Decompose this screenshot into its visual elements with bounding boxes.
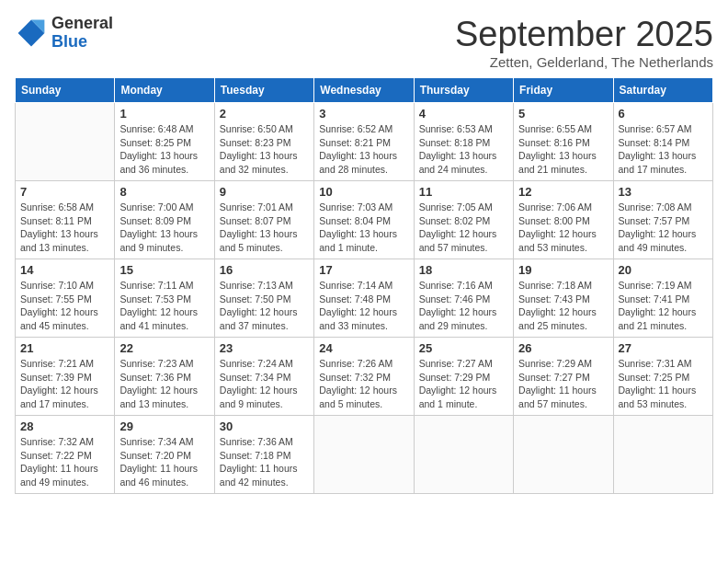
day-info: Sunrise: 7:11 AM Sunset: 7:53 PM Dayligh… bbox=[119, 279, 209, 333]
day-info: Sunrise: 7:36 AM Sunset: 7:18 PM Dayligh… bbox=[220, 435, 309, 489]
calendar-cell: 7Sunrise: 6:58 AM Sunset: 8:11 PM Daylig… bbox=[16, 181, 115, 259]
day-header-thursday: Thursday bbox=[414, 78, 513, 103]
day-info: Sunrise: 6:50 AM Sunset: 8:23 PM Dayligh… bbox=[220, 122, 309, 177]
day-number: 12 bbox=[518, 185, 608, 199]
calendar-cell: 6Sunrise: 6:57 AM Sunset: 8:14 PM Daylig… bbox=[613, 103, 712, 181]
calendar-cell: 11Sunrise: 7:05 AM Sunset: 8:02 PM Dayli… bbox=[414, 181, 513, 259]
calendar-cell: 27Sunrise: 7:31 AM Sunset: 7:25 PM Dayli… bbox=[613, 338, 712, 416]
day-info: Sunrise: 7:08 AM Sunset: 7:57 PM Dayligh… bbox=[619, 201, 708, 255]
calendar-cell: 28Sunrise: 7:32 AM Sunset: 7:22 PM Dayli… bbox=[16, 416, 115, 494]
day-number: 9 bbox=[220, 185, 309, 199]
day-info: Sunrise: 7:19 AM Sunset: 7:41 PM Dayligh… bbox=[619, 279, 708, 333]
calendar-cell: 13Sunrise: 7:08 AM Sunset: 7:57 PM Dayli… bbox=[613, 181, 712, 259]
day-info: Sunrise: 7:26 AM Sunset: 7:32 PM Dayligh… bbox=[319, 357, 408, 411]
day-number: 8 bbox=[119, 185, 209, 199]
day-number: 3 bbox=[319, 107, 408, 121]
calendar-cell: 19Sunrise: 7:18 AM Sunset: 7:43 PM Dayli… bbox=[514, 259, 613, 338]
day-info: Sunrise: 6:55 AM Sunset: 8:16 PM Dayligh… bbox=[518, 122, 608, 177]
calendar-cell: 1Sunrise: 6:48 AM Sunset: 8:25 PM Daylig… bbox=[115, 103, 214, 181]
day-info: Sunrise: 7:23 AM Sunset: 7:36 PM Dayligh… bbox=[119, 357, 209, 411]
week-row-3: 14Sunrise: 7:10 AM Sunset: 7:55 PM Dayli… bbox=[16, 259, 713, 338]
day-number: 4 bbox=[419, 107, 508, 121]
calendar-cell: 20Sunrise: 7:19 AM Sunset: 7:41 PM Dayli… bbox=[613, 259, 712, 338]
header-row: SundayMondayTuesdayWednesdayThursdayFrid… bbox=[16, 78, 713, 103]
day-info: Sunrise: 7:05 AM Sunset: 8:02 PM Dayligh… bbox=[419, 201, 508, 255]
day-number: 17 bbox=[319, 263, 408, 277]
day-info: Sunrise: 7:16 AM Sunset: 7:46 PM Dayligh… bbox=[419, 279, 508, 333]
calendar-cell: 17Sunrise: 7:14 AM Sunset: 7:48 PM Dayli… bbox=[314, 259, 414, 338]
logo-text: General Blue bbox=[51, 15, 113, 52]
day-header-wednesday: Wednesday bbox=[314, 78, 414, 103]
calendar-cell: 15Sunrise: 7:11 AM Sunset: 7:53 PM Dayli… bbox=[115, 259, 214, 338]
calendar-cell: 23Sunrise: 7:24 AM Sunset: 7:34 PM Dayli… bbox=[214, 338, 313, 416]
day-number: 23 bbox=[220, 341, 309, 355]
calendar-cell: 26Sunrise: 7:29 AM Sunset: 7:27 PM Dayli… bbox=[514, 338, 613, 416]
day-header-saturday: Saturday bbox=[613, 78, 712, 103]
calendar-cell: 21Sunrise: 7:21 AM Sunset: 7:39 PM Dayli… bbox=[16, 338, 115, 416]
day-info: Sunrise: 7:29 AM Sunset: 7:27 PM Dayligh… bbox=[518, 357, 608, 411]
calendar-cell: 22Sunrise: 7:23 AM Sunset: 7:36 PM Dayli… bbox=[115, 338, 214, 416]
day-info: Sunrise: 7:34 AM Sunset: 7:20 PM Dayligh… bbox=[119, 435, 209, 489]
day-info: Sunrise: 7:24 AM Sunset: 7:34 PM Dayligh… bbox=[220, 357, 309, 411]
calendar-cell: 8Sunrise: 7:00 AM Sunset: 8:09 PM Daylig… bbox=[115, 181, 214, 259]
day-info: Sunrise: 7:10 AM Sunset: 7:55 PM Dayligh… bbox=[20, 279, 109, 333]
day-info: Sunrise: 7:18 AM Sunset: 7:43 PM Dayligh… bbox=[518, 279, 608, 333]
calendar-cell: 29Sunrise: 7:34 AM Sunset: 7:20 PM Dayli… bbox=[115, 416, 214, 494]
week-row-1: 1Sunrise: 6:48 AM Sunset: 8:25 PM Daylig… bbox=[16, 103, 713, 181]
day-number: 21 bbox=[20, 341, 109, 355]
day-info: Sunrise: 6:58 AM Sunset: 8:11 PM Dayligh… bbox=[20, 201, 109, 255]
calendar-cell: 24Sunrise: 7:26 AM Sunset: 7:32 PM Dayli… bbox=[314, 338, 414, 416]
day-header-sunday: Sunday bbox=[16, 78, 115, 103]
title-area: September 2025 Zetten, Gelderland, The N… bbox=[455, 15, 713, 70]
calendar-cell: 16Sunrise: 7:13 AM Sunset: 7:50 PM Dayli… bbox=[214, 259, 313, 338]
day-number: 26 bbox=[518, 341, 608, 355]
calendar-cell: 4Sunrise: 6:53 AM Sunset: 8:18 PM Daylig… bbox=[414, 103, 513, 181]
day-number: 24 bbox=[319, 341, 408, 355]
day-info: Sunrise: 7:06 AM Sunset: 8:00 PM Dayligh… bbox=[518, 201, 608, 255]
calendar-cell: 3Sunrise: 6:52 AM Sunset: 8:21 PM Daylig… bbox=[314, 103, 414, 181]
calendar: SundayMondayTuesdayWednesdayThursdayFrid… bbox=[15, 77, 713, 494]
day-number: 11 bbox=[419, 185, 508, 199]
logo-general: General bbox=[51, 15, 113, 33]
calendar-cell bbox=[613, 416, 712, 494]
day-header-friday: Friday bbox=[514, 78, 613, 103]
day-info: Sunrise: 7:14 AM Sunset: 7:48 PM Dayligh… bbox=[319, 279, 408, 333]
day-info: Sunrise: 7:21 AM Sunset: 7:39 PM Dayligh… bbox=[20, 357, 109, 411]
calendar-cell bbox=[414, 416, 513, 494]
header: General Blue September 2025 Zetten, Geld… bbox=[15, 15, 713, 70]
week-row-4: 21Sunrise: 7:21 AM Sunset: 7:39 PM Dayli… bbox=[16, 338, 713, 416]
calendar-cell: 25Sunrise: 7:27 AM Sunset: 7:29 PM Dayli… bbox=[414, 338, 513, 416]
day-info: Sunrise: 7:01 AM Sunset: 8:07 PM Dayligh… bbox=[220, 201, 309, 255]
calendar-cell: 5Sunrise: 6:55 AM Sunset: 8:16 PM Daylig… bbox=[514, 103, 613, 181]
day-number: 19 bbox=[518, 263, 608, 277]
logo-blue: Blue bbox=[51, 33, 113, 52]
calendar-cell: 2Sunrise: 6:50 AM Sunset: 8:23 PM Daylig… bbox=[214, 103, 313, 181]
month-title: September 2025 bbox=[455, 15, 713, 54]
day-info: Sunrise: 6:57 AM Sunset: 8:14 PM Dayligh… bbox=[619, 122, 708, 177]
day-header-monday: Monday bbox=[115, 78, 214, 103]
day-header-tuesday: Tuesday bbox=[214, 78, 313, 103]
day-info: Sunrise: 7:00 AM Sunset: 8:09 PM Dayligh… bbox=[119, 201, 209, 255]
day-number: 15 bbox=[119, 263, 209, 277]
calendar-cell bbox=[514, 416, 613, 494]
subtitle: Zetten, Gelderland, The Netherlands bbox=[455, 54, 713, 70]
day-info: Sunrise: 7:31 AM Sunset: 7:25 PM Dayligh… bbox=[619, 357, 708, 411]
day-number: 18 bbox=[419, 263, 508, 277]
day-info: Sunrise: 7:03 AM Sunset: 8:04 PM Dayligh… bbox=[319, 201, 408, 255]
calendar-cell bbox=[16, 103, 115, 181]
calendar-cell: 14Sunrise: 7:10 AM Sunset: 7:55 PM Dayli… bbox=[16, 259, 115, 338]
week-row-5: 28Sunrise: 7:32 AM Sunset: 7:22 PM Dayli… bbox=[16, 416, 713, 494]
day-number: 25 bbox=[419, 341, 508, 355]
calendar-cell: 10Sunrise: 7:03 AM Sunset: 8:04 PM Dayli… bbox=[314, 181, 414, 259]
day-number: 27 bbox=[619, 341, 708, 355]
day-number: 6 bbox=[619, 107, 708, 121]
day-number: 22 bbox=[119, 341, 209, 355]
day-number: 28 bbox=[20, 419, 109, 433]
week-row-2: 7Sunrise: 6:58 AM Sunset: 8:11 PM Daylig… bbox=[16, 181, 713, 259]
calendar-cell: 18Sunrise: 7:16 AM Sunset: 7:46 PM Dayli… bbox=[414, 259, 513, 338]
day-number: 2 bbox=[220, 107, 309, 121]
calendar-cell: 30Sunrise: 7:36 AM Sunset: 7:18 PM Dayli… bbox=[214, 416, 313, 494]
day-number: 16 bbox=[220, 263, 309, 277]
calendar-cell bbox=[314, 416, 414, 494]
calendar-cell: 9Sunrise: 7:01 AM Sunset: 8:07 PM Daylig… bbox=[214, 181, 313, 259]
